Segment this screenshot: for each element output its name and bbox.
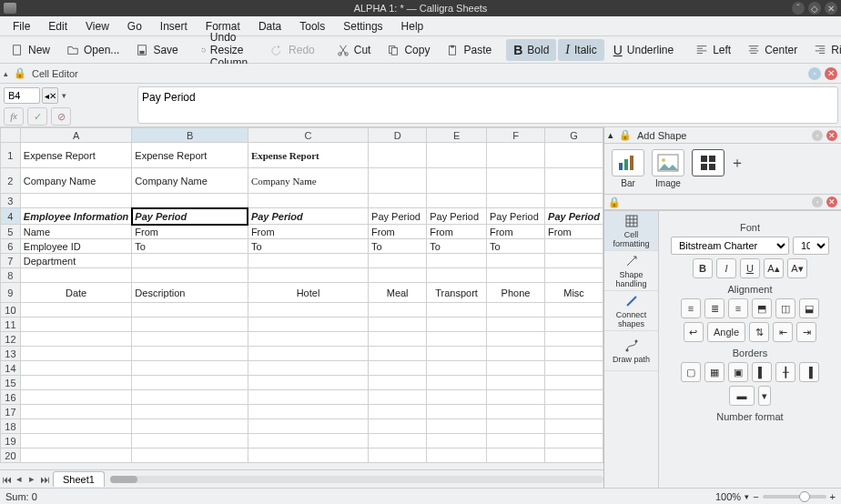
menu-file[interactable]: File xyxy=(4,20,39,33)
cell-B5[interactable]: From xyxy=(132,225,248,239)
cell-F14[interactable] xyxy=(486,361,544,376)
row-header-4[interactable]: 4 xyxy=(1,208,21,225)
cell-B15[interactable] xyxy=(132,376,248,390)
cell-E12[interactable] xyxy=(427,332,487,347)
row-header-20[interactable]: 20 xyxy=(1,449,21,463)
cell-F3[interactable] xyxy=(486,194,544,208)
halign-left[interactable]: ≡ xyxy=(681,298,701,318)
cell-C8[interactable] xyxy=(248,268,368,283)
row-header-10[interactable]: 10 xyxy=(1,303,21,318)
close-button[interactable]: ✕ xyxy=(826,130,837,141)
italic-toggle[interactable]: I xyxy=(716,258,736,278)
cell-C20[interactable] xyxy=(248,449,368,463)
row-header-17[interactable]: 17 xyxy=(1,405,21,419)
cell-B1[interactable]: Expense Report xyxy=(132,143,248,168)
col-header-A[interactable]: A xyxy=(20,128,132,143)
cell-A4[interactable]: Employee Information xyxy=(20,208,132,225)
cell-E17[interactable] xyxy=(427,405,487,419)
cell-C5[interactable]: From xyxy=(248,225,368,239)
cell-B8[interactable] xyxy=(132,268,248,283)
cell-F17[interactable] xyxy=(486,405,544,419)
cell-B7[interactable] xyxy=(132,254,248,268)
cell-E13[interactable] xyxy=(427,347,487,361)
border-left[interactable]: ▌ xyxy=(752,362,772,382)
cell-G9[interactable]: Misc xyxy=(545,283,603,303)
font-family-select[interactable]: Bitstream Charter xyxy=(671,237,789,255)
menu-edit[interactable]: Edit xyxy=(39,20,76,33)
cell-D16[interactable] xyxy=(369,390,427,405)
cell-B2[interactable]: Company Name xyxy=(132,168,248,194)
border-none[interactable]: ▢ xyxy=(681,362,701,382)
sheet-tab[interactable]: Sheet1 xyxy=(53,471,105,487)
row-header-13[interactable]: 13 xyxy=(1,347,21,361)
cell-D15[interactable] xyxy=(369,376,427,390)
cell-C4[interactable]: Pay Period xyxy=(248,208,368,225)
menu-go[interactable]: Go xyxy=(118,20,151,33)
cell-C16[interactable] xyxy=(248,390,368,405)
bold-toggle[interactable]: B xyxy=(693,258,713,278)
chevron-down-icon[interactable]: ▾ xyxy=(62,91,66,100)
underline-toggle[interactable]: U xyxy=(740,258,760,278)
cell-F13[interactable] xyxy=(486,347,544,361)
cell-G8[interactable] xyxy=(545,268,603,283)
cell-C2[interactable]: Company Name xyxy=(248,168,368,194)
open-button[interactable]: Open... xyxy=(59,40,127,60)
add-icon[interactable]: ＋ xyxy=(730,149,745,188)
cell-B12[interactable] xyxy=(132,332,248,347)
cell-G6[interactable] xyxy=(545,239,603,254)
cell-A17[interactable] xyxy=(20,405,132,419)
cell-D9[interactable]: Meal xyxy=(369,283,427,303)
clear-ref-button[interactable]: ◂✕ xyxy=(42,87,58,104)
cancel-button[interactable]: ⊘ xyxy=(51,107,71,126)
col-header-G[interactable]: G xyxy=(545,128,603,143)
menu-help[interactable]: Help xyxy=(392,20,433,33)
col-header-C[interactable]: C xyxy=(248,128,368,143)
shape-more[interactable] xyxy=(690,149,726,188)
cell-E10[interactable] xyxy=(427,303,487,318)
cell-A20[interactable] xyxy=(20,449,132,463)
next-sheet-button[interactable]: ▸ xyxy=(25,473,38,485)
cell-C7[interactable] xyxy=(248,254,368,268)
cell-C1[interactable]: Expense Report xyxy=(248,143,368,168)
cell-G7[interactable] xyxy=(545,254,603,268)
cell-E7[interactable] xyxy=(427,254,487,268)
cell-E19[interactable] xyxy=(427,434,487,449)
bold-button[interactable]: BBold xyxy=(506,39,556,61)
cell-E3[interactable] xyxy=(427,194,487,208)
align-center-button[interactable]: Center xyxy=(740,40,805,60)
cell-G4[interactable]: Pay Period xyxy=(545,208,603,225)
halign-center[interactable]: ≣ xyxy=(704,298,724,318)
lock-icon[interactable]: 🔒 xyxy=(619,129,632,141)
row-header-8[interactable]: 8 xyxy=(1,268,21,283)
redo-button[interactable]: Redo xyxy=(264,40,322,60)
cell-F18[interactable] xyxy=(486,419,544,434)
zoom-in-button[interactable]: + xyxy=(830,491,836,502)
row-header-7[interactable]: 7 xyxy=(1,254,21,268)
border-outer[interactable]: ▣ xyxy=(728,362,748,382)
col-header-B[interactable]: B xyxy=(132,128,248,143)
cell-D17[interactable] xyxy=(369,405,427,419)
cell-G5[interactable]: From xyxy=(545,225,603,239)
cell-F12[interactable] xyxy=(486,332,544,347)
accept-button[interactable]: ✓ xyxy=(27,107,47,126)
cell-G20[interactable] xyxy=(545,449,603,463)
border-inner[interactable]: ╂ xyxy=(775,362,795,382)
cell-F4[interactable]: Pay Period xyxy=(486,208,544,225)
cell-E20[interactable] xyxy=(427,449,487,463)
cell-D10[interactable] xyxy=(369,303,427,318)
menu-view[interactable]: View xyxy=(76,20,118,33)
col-header-E[interactable]: E xyxy=(427,128,487,143)
cell-E1[interactable] xyxy=(427,143,487,168)
float-button[interactable]: ◦ xyxy=(812,197,823,207)
menu-settings[interactable]: Settings xyxy=(334,20,391,33)
tab-connect-shapes[interactable]: Connect shapes xyxy=(604,291,658,331)
row-header-18[interactable]: 18 xyxy=(1,419,21,434)
row-header-2[interactable]: 2 xyxy=(1,168,21,194)
cell-C13[interactable] xyxy=(248,347,368,361)
cell-B10[interactable] xyxy=(132,303,248,318)
menu-tools[interactable]: Tools xyxy=(290,20,334,33)
align-left-button[interactable]: Left xyxy=(688,40,738,60)
paste-button[interactable]: Paste xyxy=(439,40,499,60)
cell-D12[interactable] xyxy=(369,332,427,347)
cell-A10[interactable] xyxy=(20,303,132,318)
